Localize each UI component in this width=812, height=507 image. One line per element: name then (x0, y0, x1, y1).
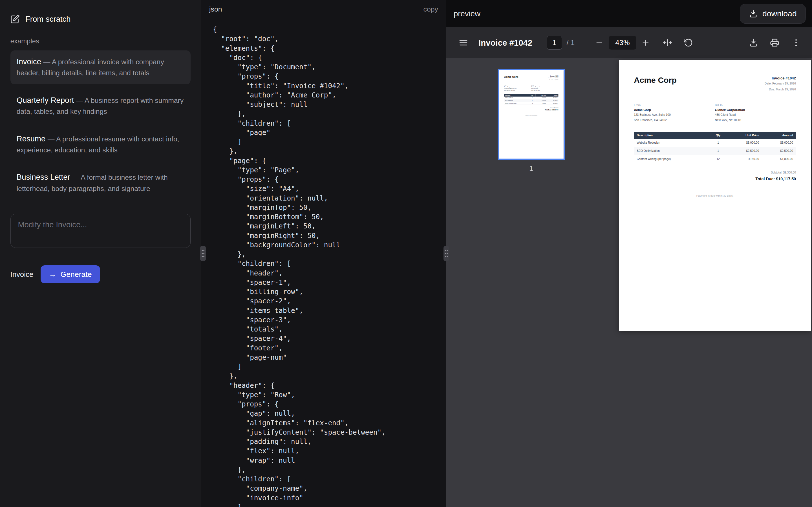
from-address-2: San Francisco, CA 94102 (504, 90, 531, 91)
fit-width-button[interactable] (663, 38, 672, 47)
selected-template-label: Invoice (10, 270, 33, 279)
json-editor-panel: json copy { "root": "doc", "elements": {… (201, 0, 447, 507)
toolbar-right-group (749, 38, 801, 47)
bill-to-label: Bill To (715, 104, 796, 107)
zoom-in-button[interactable] (642, 39, 650, 47)
download-icon (749, 38, 758, 47)
col-unit-price: Unit Price (728, 132, 762, 139)
editor-header: json copy (201, 0, 447, 19)
invoice-footer-note: Payment is due within 30 days. (504, 115, 559, 116)
fit-width-icon (663, 38, 672, 47)
thumbnail-scale-wrapper: Acme Corp Invoice #1042 Date: February 1… (499, 70, 521, 160)
edit-pencil-icon (10, 14, 20, 24)
example-invoice[interactable]: Invoice— A professional invoice with com… (10, 50, 191, 84)
action-row: Invoice → Generate (10, 265, 191, 283)
col-description: Description (504, 94, 529, 97)
kebab-menu-icon (792, 38, 801, 47)
col-qty: Qty (529, 94, 536, 97)
copy-button[interactable]: copy (423, 5, 438, 13)
invoice-subtotal: Subtotal: $9,300.00 (634, 171, 796, 174)
sidebar-toggle-button[interactable] (459, 38, 468, 47)
bill-to-name: Globex Corporation (531, 87, 558, 88)
zoom-out-button[interactable] (596, 39, 603, 47)
table-row: SEO Optimization 1 $2,500.00 $2,500.00 (504, 99, 559, 102)
plus-icon (642, 39, 650, 47)
rotate-button[interactable] (684, 38, 693, 47)
modify-prompt-input[interactable] (10, 214, 191, 248)
thumbnail-rail: Acme Corp Invoice #1042 Date: February 1… (446, 58, 616, 507)
example-name: Invoice (17, 57, 41, 66)
bill-to-address-1: 456 Client Road (531, 88, 558, 89)
col-amount: Amount (762, 132, 796, 139)
thumbnail-page-number: 1 (529, 165, 533, 173)
pdf-toolbar: Invoice #1042 / 1 43% (446, 27, 812, 58)
table-row: SEO Optimization 1 $2,500.00 $2,500.00 (634, 147, 796, 155)
bill-to-name: Globex Corporation (715, 108, 796, 112)
from-name: Acme Corp (634, 108, 715, 112)
grip-dots-icon (201, 248, 205, 259)
json-code[interactable]: { "root": "doc", "elements": { "doc": { … (201, 19, 447, 507)
examples-list: Invoice— A professional invoice with com… (10, 50, 191, 200)
grip-dots-icon (444, 248, 449, 259)
invoice-items-table: Description Qty Unit Price Amount Websit… (634, 132, 796, 163)
panel-resize-handle-left[interactable] (200, 246, 206, 261)
bill-to-address-2: New York, NY 10001 (531, 90, 558, 91)
document-area: Acme Corp Invoice #1042 Date: February 1… (616, 58, 812, 507)
generate-button[interactable]: → Generate (41, 265, 100, 283)
invoice-items-table: Description Qty Unit Price Amount Websit… (504, 94, 559, 105)
invoice-number: Invoice #1042 (548, 75, 558, 77)
col-unit-price: Unit Price (536, 94, 547, 97)
hamburger-menu-icon (459, 38, 468, 47)
page-number-input[interactable] (547, 36, 562, 50)
pdf-content-area: Acme Corp Invoice #1042 Date: February 1… (446, 58, 812, 507)
invoice-subtotal: Subtotal: $9,300.00 (504, 107, 559, 108)
invoice-number: Invoice #1042 (765, 76, 796, 80)
toolbar-download-button[interactable] (749, 38, 758, 47)
table-row: Website Redesign 1 $5,000.00 $5,000.00 (634, 139, 796, 147)
generate-button-label: Generate (61, 270, 92, 279)
invoice-total-due: Total Due: $10,117.50 (504, 109, 559, 111)
col-description: Description (634, 132, 708, 139)
from-label: From (504, 85, 531, 86)
from-name: Acme Corp (504, 87, 531, 88)
rotate-ccw-icon (684, 38, 693, 47)
invoice-due-date: Due: March 19, 2026 (548, 79, 558, 81)
invoice-due-date: Due: March 19, 2026 (765, 88, 796, 92)
preview-panel-label: preview (454, 9, 480, 18)
invoice-total-due: Total Due: $10,117.50 (634, 177, 796, 181)
preview-panel: preview download Invoice #1042 / 1 (446, 0, 812, 507)
sidebar: From scratch examples Invoice— A profess… (0, 0, 201, 507)
invoice-page-mini: Acme Corp Invoice #1042 Date: February 1… (499, 70, 563, 160)
invoice-page: Acme Corp Invoice #1042 Date: February 1… (619, 60, 811, 331)
from-label: From (634, 104, 715, 107)
print-button[interactable] (770, 38, 779, 47)
bill-to-label: Bill To (531, 85, 558, 86)
editor-tab-json: json (209, 5, 222, 13)
from-address-1: 123 Business Ave, Suite 100 (634, 113, 715, 117)
preview-topbar: preview download (446, 0, 812, 27)
invoice-company-name: Acme Corp (504, 75, 518, 78)
download-button[interactable]: download (740, 4, 806, 24)
example-business-letter[interactable]: Business Letter— A formal business lette… (10, 166, 191, 200)
panel-resize-handle-right[interactable] (444, 246, 449, 261)
download-icon (749, 9, 758, 18)
minus-icon (596, 39, 603, 47)
col-qty: Qty (709, 132, 728, 139)
from-scratch-button[interactable]: From scratch (10, 14, 191, 24)
example-quarterly-report[interactable]: Quarterly Report— A business report with… (10, 89, 191, 122)
example-name: Resume (17, 134, 46, 143)
page-count-label: / 1 (566, 39, 574, 47)
from-address-1: 123 Business Ave, Suite 100 (504, 88, 531, 89)
bill-to-address-1: 456 Client Road (715, 113, 796, 117)
page-thumbnail[interactable]: Acme Corp Invoice #1042 Date: February 1… (498, 69, 565, 160)
arrow-right-icon: → (49, 271, 56, 278)
more-options-button[interactable] (792, 38, 801, 47)
example-resume[interactable]: Resume— A professional resume with conta… (10, 127, 191, 161)
invoice-company-name: Acme Corp (634, 75, 677, 85)
col-amount: Amount (547, 94, 558, 97)
app: From scratch examples Invoice— A profess… (0, 0, 812, 507)
zoom-level-value[interactable]: 43% (609, 36, 636, 50)
table-row: Content Writing (per page) 12 $150.00 $1… (504, 102, 559, 105)
invoice-footer-note: Payment is due within 30 days. (634, 194, 796, 197)
invoice-date: Date: February 19, 2026 (765, 82, 796, 86)
